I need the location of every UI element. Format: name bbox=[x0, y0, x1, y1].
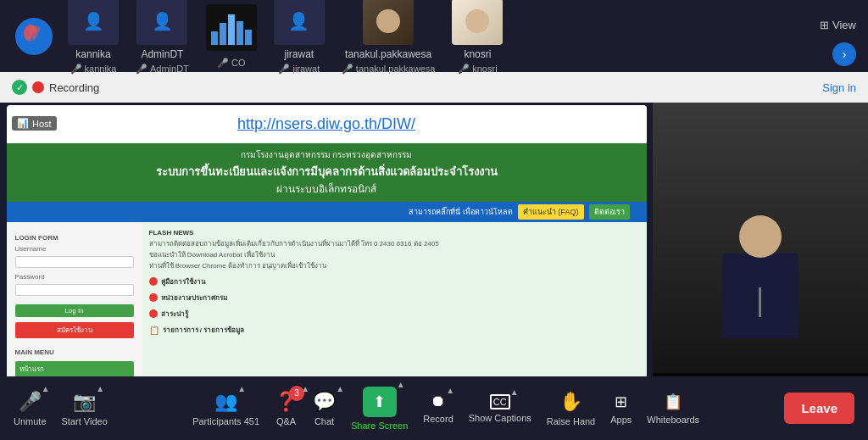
password-label: Password bbox=[15, 273, 134, 281]
sign-in-link[interactable]: Sign in bbox=[822, 81, 856, 94]
toolbar-center-group: 👥 ▲ Participants 451 ❓ 3 ▲ Q&A 💬 ▲ bbox=[192, 387, 699, 431]
chevron-up-icon: ▲ bbox=[510, 387, 519, 397]
unmute-icon-wrap: 🎤 ▲ bbox=[19, 391, 42, 413]
participant-mic-admindt: 🎤 AdminDT bbox=[136, 64, 189, 75]
banner-title: กรมโรงงานอุตสาหกรรม กระทรวงอุตสาหกรรม bbox=[24, 148, 630, 161]
services-icon: 📋 bbox=[149, 326, 159, 335]
mic-stand-icon bbox=[759, 287, 761, 317]
participant-avatar-knosri bbox=[452, 0, 503, 45]
participant-mic-kannika: 🎤 kannika bbox=[70, 64, 117, 75]
unmute-label: Unmute bbox=[14, 416, 47, 426]
mic-muted-icon: 🎤 bbox=[70, 64, 82, 75]
participant-avatar-jirawat: 👤 bbox=[274, 0, 325, 45]
main-content-area: http://nsers.diw.go.th/DIW/ กรมโรงงานอุต… bbox=[0, 103, 653, 402]
bullet-icon bbox=[149, 277, 158, 286]
host-label: 📊 Host bbox=[12, 116, 57, 131]
link-section: สาระน่ารู้ bbox=[149, 309, 640, 320]
whiteboards-icon: 📋 bbox=[664, 393, 682, 411]
check-circle-icon: ✓ bbox=[12, 80, 27, 95]
start-video-button[interactable]: 📷 ▲ Start Video bbox=[62, 391, 108, 426]
chevron-up-icon: ▲ bbox=[42, 384, 50, 393]
video-camera-icon: 📷 bbox=[73, 391, 96, 413]
participants-icon: 👥 bbox=[214, 391, 237, 413]
unmute-button[interactable]: 🎤 ▲ Unmute bbox=[14, 391, 47, 426]
zoom-logo-icon bbox=[14, 16, 54, 57]
microphone-icon: 🎤 bbox=[19, 391, 42, 413]
record-button[interactable]: ⏺ ▲ Record bbox=[423, 393, 453, 424]
share-screen-label: Share Screen bbox=[351, 421, 408, 431]
svg-rect-7 bbox=[236, 21, 243, 45]
chevron-up-icon: ▲ bbox=[336, 384, 344, 393]
raise-hand-icon-wrap: ✋ bbox=[559, 391, 582, 413]
mic-muted-icon: 🎤 bbox=[136, 64, 147, 75]
apps-icon-wrap: ⊞ bbox=[615, 393, 627, 411]
share-screen-button[interactable]: ⬆ ▲ Share Screen bbox=[351, 387, 408, 431]
start-video-icon-wrap: 📷 ▲ bbox=[73, 391, 96, 413]
participants-label: Participants 451 bbox=[192, 416, 259, 426]
qa-label: Q&A bbox=[276, 416, 296, 426]
top-bar: 👤 kannika 🎤 kannika 👤 AdminDT 🎤 AdminDT bbox=[0, 0, 868, 72]
chevron-up-icon: ▲ bbox=[237, 384, 246, 393]
participant-jirawat: 👤 jirawat 🎤 jirawat bbox=[274, 0, 325, 75]
logo-area bbox=[8, 16, 59, 57]
next-button[interactable]: › bbox=[832, 42, 856, 66]
whiteboards-button[interactable]: 📋 Whiteboards bbox=[647, 393, 699, 425]
qa-icon-wrap: ❓ 3 ▲ bbox=[275, 391, 298, 413]
share-screen-icon: ⬆ bbox=[373, 393, 386, 411]
webpage-header: http://nsers.diw.go.th/DIW/ bbox=[7, 105, 647, 143]
participant-mic-co: 🎤 CO bbox=[217, 58, 246, 69]
flash-news-title: FLASH NEWS bbox=[149, 229, 640, 237]
svg-rect-4 bbox=[211, 31, 218, 45]
qa-button[interactable]: ❓ 3 ▲ Q&A bbox=[275, 391, 298, 426]
participants-button[interactable]: 👥 ▲ Participants 451 bbox=[192, 391, 259, 426]
screen-share-frame: http://nsers.diw.go.th/DIW/ กรมโรงงานอุต… bbox=[7, 105, 647, 400]
news-item-1: สามารถติดต่อสอบถามข้อมูลเพิ่มเติมเกี่ยวก… bbox=[149, 240, 640, 248]
right-panel: FLASH NEWS สามารถติดต่อสอบถามข้อมูลเพิ่ม… bbox=[142, 222, 647, 400]
svg-rect-6 bbox=[228, 14, 235, 45]
participant-name-knosri: knosri bbox=[464, 48, 491, 60]
host-text: Host bbox=[32, 119, 52, 129]
participant-avatar-kannika: 👤 bbox=[68, 0, 119, 45]
username-field bbox=[15, 256, 134, 268]
participant-tanakul: tanakul.pakkawesa 🎤 tanakul.pakkawesa bbox=[342, 0, 436, 75]
operations-section: หน่วยงาน/ประกาศกรม bbox=[149, 292, 640, 304]
chat-button[interactable]: 💬 ▲ Chat bbox=[313, 391, 336, 426]
register-btn: สมัครใช้งาน bbox=[15, 322, 134, 338]
recording-text: Recording bbox=[49, 81, 99, 94]
view-button[interactable]: ⊞ Zoom Meeting View bbox=[820, 19, 856, 31]
record-label: Record bbox=[423, 414, 453, 424]
share-screen-icon-wrap: ⬆ ▲ bbox=[363, 387, 397, 417]
chat-label: Chat bbox=[314, 416, 334, 426]
raise-hand-icon: ✋ bbox=[559, 391, 582, 413]
chevron-up-icon: ▲ bbox=[446, 386, 454, 395]
banner-sub2: ผ่านระบบอิเล็กทรอนิกส์ bbox=[24, 181, 630, 197]
services-section: 📋 รายการการ / รายการข้อมูล bbox=[149, 325, 640, 336]
bullet-icon bbox=[149, 309, 158, 318]
leave-button[interactable]: Leave bbox=[784, 393, 854, 424]
chat-icon: 💬 bbox=[313, 391, 336, 413]
whiteboards-icon-wrap: 📋 bbox=[664, 393, 682, 411]
start-video-label: Start Video bbox=[62, 416, 108, 426]
participants-row: 👤 kannika 🎤 kannika 👤 AdminDT 🎤 AdminDT bbox=[68, 0, 860, 75]
login-btn: Log In bbox=[15, 304, 134, 317]
raise-hand-label: Raise Hand bbox=[547, 416, 595, 426]
mic-on-icon: 🎤 bbox=[458, 64, 470, 75]
mic-on-icon: 🎤 bbox=[342, 64, 353, 75]
recording-indicator: ✓ Recording bbox=[12, 80, 99, 95]
chevron-up-icon: ▲ bbox=[96, 384, 104, 393]
apps-button[interactable]: ⊞ Apps bbox=[610, 393, 632, 425]
captions-icon: CC bbox=[490, 394, 510, 409]
apps-label: Apps bbox=[610, 415, 632, 425]
left-panel: LOGIN FORM Username Password Log In สมัค… bbox=[7, 222, 142, 400]
captions-icon-wrap: CC ▲ bbox=[490, 394, 510, 409]
faq-button: คำแนะนำ (FAQ) bbox=[518, 204, 584, 220]
main-menu-label: MAIN MENU bbox=[15, 348, 134, 356]
presenter-video: นางสาวดุษฎี จันทราช bbox=[653, 103, 868, 402]
participant-mic-jirawat: 🎤 jirawat bbox=[278, 64, 320, 75]
toolbar-right-group: Leave bbox=[784, 393, 854, 424]
record-icon-wrap: ⏺ ▲ bbox=[431, 393, 446, 410]
raise-hand-button[interactable]: ✋ Raise Hand bbox=[547, 391, 595, 426]
show-captions-button[interactable]: CC ▲ Show Captions bbox=[469, 394, 531, 423]
participant-name-kannika: kannika bbox=[75, 48, 110, 60]
sub-banner-text: สามารถคลิ๊กที่นี่ เพื่อดาวน์โหลด bbox=[409, 206, 513, 218]
